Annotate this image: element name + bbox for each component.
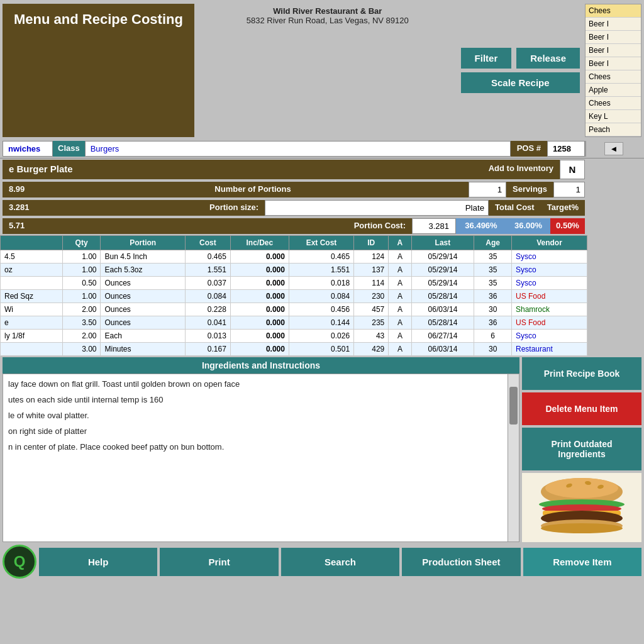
help-button[interactable]: Help — [39, 548, 157, 576]
num-portions-input[interactable] — [469, 182, 506, 197]
table-row[interactable]: Red Sqz 1.00 Ounces 0.084 0.000 0.084 23… — [1, 290, 587, 303]
category-value: nwiches — [3, 141, 53, 157]
table-row[interactable]: Wi 2.00 Ounces 0.228 0.000 0.456 457 A 0… — [1, 303, 587, 316]
col-vendor: Vendor — [512, 236, 587, 250]
target-pct: 36.00% — [506, 218, 550, 234]
total-cost-label: Total Cost — [489, 200, 541, 216]
sidebar-item-beer1[interactable]: Beer I — [586, 18, 641, 31]
num-portions-label: Number of Portions — [37, 182, 469, 197]
sidebar-scroll-left[interactable]: ◄ — [604, 142, 624, 155]
sidebar-item-cheese2[interactable]: Chees — [586, 70, 641, 84]
portion-cost-label: Portion Cost: — [37, 218, 412, 234]
target-label: Target% — [541, 200, 585, 216]
table-row[interactable]: 3.00 Minutes 0.167 0.000 0.501 429 A 06/… — [1, 343, 587, 356]
print-button[interactable]: Print — [160, 548, 278, 576]
variance-pct: 0.50% — [550, 218, 585, 234]
table-row[interactable]: oz 1.00 Each 5.3oz 1.551 0.000 1.551 137… — [1, 264, 587, 277]
scale-recipe-button[interactable]: Scale Recipe — [461, 72, 580, 93]
portion-cost-value[interactable]: 3.281 — [412, 218, 456, 234]
table-row[interactable]: 4.5 1.00 Bun 4.5 Inch 0.465 0.000 0.465 … — [1, 250, 587, 264]
price-value: 8.99 — [3, 182, 37, 197]
col-portion: Portion — [101, 236, 185, 250]
table-row[interactable]: e 3.50 Ounces 0.041 0.000 0.144 235 A 05… — [1, 316, 587, 330]
col-cost: Cost — [185, 236, 230, 250]
add-inventory-label: Add to Inventory — [482, 160, 560, 179]
class-value[interactable]: Burgers — [85, 141, 511, 157]
sidebar-item-beer2[interactable]: Beer I — [586, 31, 641, 44]
col-id: ID — [354, 236, 389, 250]
filter-button[interactable]: Filter — [461, 48, 512, 69]
delete-menu-item-button[interactable]: Delete Menu Item — [522, 392, 641, 425]
col-item — [1, 236, 63, 250]
table-row[interactable]: 0.50 Ounces 0.037 0.000 0.018 114 A 05/2… — [1, 277, 587, 290]
remove-item-button[interactable]: Remove Item — [523, 548, 641, 576]
instruction-line-1: lay face down on flat grill. Toast until… — [8, 379, 504, 389]
portion-size-label: Portion size: — [37, 200, 265, 216]
inventory-value[interactable]: N — [560, 160, 585, 179]
instruction-line-2: utes on each side until internal temp is… — [8, 395, 504, 404]
print-recipe-book-button[interactable]: Print Recipe Book — [522, 357, 641, 390]
release-button[interactable]: Release — [516, 48, 580, 69]
instructions-content: lay face down on flat grill. Toast until… — [3, 374, 519, 463]
sidebar-item-beer3[interactable]: Beer I — [586, 44, 641, 57]
servings-label: Servings — [506, 182, 553, 197]
svg-point-1 — [545, 478, 618, 498]
portion-size-input[interactable] — [265, 200, 489, 216]
restaurant-info: Wild River Restaurant & Bar 5832 River R… — [199, 4, 456, 137]
sidebar-item-apple[interactable]: Apple — [586, 84, 641, 97]
portion-cost-left: 5.71 — [3, 218, 37, 234]
sidebar-item-keyl[interactable]: Key L — [586, 110, 641, 123]
search-button[interactable]: Search — [281, 548, 399, 576]
class-label: Class — [53, 141, 85, 157]
app-title: Menu and Recipe Costing — [3, 4, 194, 137]
col-extcost: Ext Cost — [289, 236, 353, 250]
col-last: Last — [411, 236, 474, 250]
instruction-line-5: n in center of plate. Place cooked beef … — [8, 442, 504, 452]
total-cost-pct: 36.496% — [456, 218, 506, 234]
sidebar-item-beer4[interactable]: Beer I — [586, 57, 641, 70]
sidebar-item-peach[interactable]: Peach — [586, 123, 641, 136]
burger-image — [522, 473, 641, 542]
recipe-name: e Burger Plate — [3, 160, 482, 179]
svg-point-10 — [541, 523, 623, 533]
servings-input[interactable] — [553, 182, 585, 197]
pos-label: POS # — [511, 141, 547, 157]
col-age: Age — [474, 236, 512, 250]
sidebar-item-cheese1[interactable]: Chees — [586, 4, 641, 18]
pos-value[interactable]: 1258 — [547, 141, 585, 157]
instruction-line-3: le of white oval platter. — [8, 411, 504, 420]
cost-value-left: 3.281 — [3, 200, 37, 216]
print-outdated-button[interactable]: Print Outdated Ingredients — [522, 428, 641, 470]
instructions-title: Ingredients and Instructions — [3, 357, 519, 374]
col-qty: Qty — [62, 236, 101, 250]
col-incdec: Inc/Dec — [230, 236, 289, 250]
production-sheet-button[interactable]: Production Sheet — [402, 548, 520, 576]
col-a: A — [389, 236, 411, 250]
logo: Q — [3, 545, 36, 579]
sidebar-item-cheese3[interactable]: Chees — [586, 97, 641, 110]
instruction-line-4: on right side of platter — [8, 426, 504, 436]
instructions-scrollbar[interactable] — [508, 374, 519, 541]
table-row[interactable]: ly 1/8f 2.00 Each 0.013 0.000 0.026 43 A… — [1, 330, 587, 343]
